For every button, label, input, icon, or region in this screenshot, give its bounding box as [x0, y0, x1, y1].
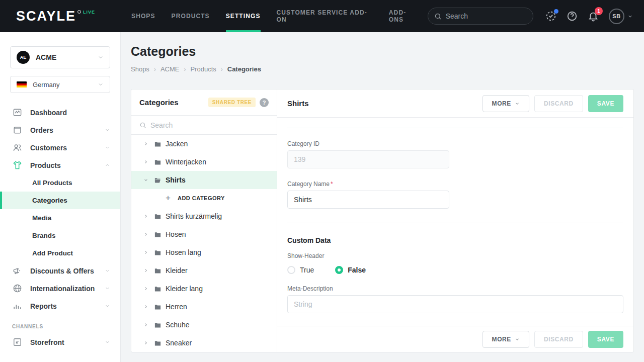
tree-item-label: Sneaker [166, 339, 192, 347]
tree-search[interactable] [131, 116, 277, 135]
discard-button-footer[interactable]: DISCARD [534, 331, 583, 348]
chevron-right-icon[interactable] [143, 322, 149, 327]
tree-item-label: Kleider [166, 266, 188, 275]
sidebar-item-label: Products [30, 161, 105, 169]
sidebar-item-storefront[interactable]: Storefront [0, 333, 120, 351]
discard-button[interactable]: DISCARD [534, 95, 583, 112]
breadcrumb-shops[interactable]: Shops [131, 65, 149, 73]
meta-description-field[interactable] [287, 295, 623, 313]
tree-item-sneaker[interactable]: Sneaker [131, 334, 277, 352]
nav-item-settings[interactable]: SETTINGS [218, 0, 269, 32]
required-asterisk: * [331, 180, 333, 188]
chevron-down-icon [627, 14, 633, 19]
shared-tree-badge: SHARED TREE [208, 98, 256, 107]
logo-ring-icon [77, 10, 81, 14]
folder-icon [154, 249, 162, 256]
tree-item-hosen[interactable]: Hosen [131, 225, 277, 243]
sidebar-item-categories[interactable]: Categories [0, 192, 120, 209]
tree-item-shirts[interactable]: Shirts [131, 171, 277, 189]
sidebar-menu: Dashboard Orders Customers Pr [0, 104, 120, 351]
category-name-field[interactable] [287, 191, 449, 209]
tree-item-label: Winterjacken [166, 158, 206, 166]
tree-item-kleider-lang[interactable]: Kleider lang [131, 280, 277, 298]
radio-true[interactable]: True [287, 266, 314, 274]
search-icon [139, 122, 146, 129]
save-button-footer[interactable]: SAVE [588, 331, 623, 348]
help-button[interactable] [567, 11, 578, 22]
sidebar-item-discounts-offers[interactable]: Discounts & Offers [0, 262, 120, 280]
chevron-down-icon [105, 127, 110, 133]
shop-selector[interactable]: AE ACME [10, 46, 110, 68]
chevron-down-icon [98, 54, 104, 60]
chevron-right-icon[interactable] [143, 141, 149, 146]
nav-item-customer-service-add-on[interactable]: CUSTOMER SERVICE ADD-ON [269, 0, 381, 32]
chevron-right-icon[interactable] [143, 286, 149, 291]
status-check-button[interactable] [545, 11, 556, 22]
tree-item-herren[interactable]: Herren [131, 298, 277, 316]
more-button[interactable]: MORE [482, 95, 529, 112]
sidebar-item-all-products[interactable]: All Products [0, 174, 120, 192]
chevron-right-icon[interactable] [143, 159, 149, 164]
tree-item-kleider[interactable]: Kleider [131, 261, 277, 280]
global-search[interactable] [428, 8, 533, 25]
radio-false[interactable]: False [335, 266, 366, 274]
tree-item-hosen-lang[interactable]: Hosen lang [131, 243, 277, 261]
sidebar-item-add-product[interactable]: Add Product [0, 244, 120, 262]
chevron-down-icon[interactable] [143, 177, 149, 183]
tree-item-schuhe[interactable]: Schuhe [131, 316, 277, 334]
breadcrumb-products[interactable]: Products [190, 65, 216, 73]
save-button[interactable]: SAVE [588, 95, 623, 112]
add-category-button[interactable]: + ADD CATEGORY [131, 189, 277, 207]
scayle-logo[interactable]: SCAYLE LIVE [16, 9, 95, 24]
storefront-icon [12, 337, 22, 347]
search-icon [434, 13, 442, 20]
user-menu[interactable]: SB [609, 9, 633, 24]
chevron-down-icon [105, 145, 110, 150]
tree-item-jacken[interactable]: Jacken [131, 135, 277, 153]
navbar-icons: 1 SB [545, 9, 633, 24]
nav-item-add-ons[interactable]: ADD-ONS [381, 0, 428, 32]
tree-title: Categories [139, 98, 208, 107]
notifications-button[interactable]: 1 [588, 11, 599, 22]
chevron-right-icon[interactable] [143, 214, 149, 219]
chevron-right-icon[interactable] [143, 268, 149, 273]
chevron-right-icon[interactable] [143, 232, 149, 237]
nav-item-shops[interactable]: SHOPS [123, 0, 164, 32]
chevron-right-icon[interactable] [143, 250, 149, 255]
search-input[interactable] [446, 12, 521, 20]
country-selector[interactable]: Germany [10, 76, 110, 93]
more-button-footer[interactable]: MORE [482, 331, 529, 348]
nav-item-products[interactable]: PRODUCTS [164, 0, 218, 32]
custom-data-title: Custom Data [287, 236, 623, 244]
main-content: Categories Shops › ACME › Products › Cat… [121, 32, 644, 362]
category-id-field [287, 150, 449, 168]
sidebar-item-label: Reports [30, 302, 105, 310]
tree-item-winterjacken[interactable]: Winterjacken [131, 153, 277, 171]
folder-icon [154, 285, 162, 293]
chevron-down-icon [515, 337, 520, 342]
category-detail-panel: Shirts MORE DISCARD SAVE Category ID Cat… [277, 89, 633, 352]
folder-icon [154, 231, 162, 238]
detail-form: Category ID Category Name* Custom Data S… [277, 118, 633, 326]
sidebar-item-brands[interactable]: Brands [0, 227, 120, 244]
sidebar-item-dashboard[interactable]: Dashboard [0, 104, 120, 121]
help-icon[interactable]: ? [260, 98, 269, 107]
sidebar-item-media[interactable]: Media [0, 209, 120, 227]
detail-footer: MORE DISCARD SAVE [277, 326, 633, 352]
chevron-right-icon[interactable] [143, 304, 149, 309]
sidebar-item-reports[interactable]: Reports [0, 297, 120, 315]
sidebar-item-internationalization[interactable]: Internationalization [0, 280, 120, 297]
breadcrumb-separator: › [221, 66, 223, 73]
sidebar-item-products[interactable]: Products [0, 156, 120, 174]
tree-item-shirts-kurzaermelig[interactable]: Shirts kurzärmelig [131, 207, 277, 225]
main-nav: SHOPS PRODUCTS SETTINGS CUSTOMER SERVICE… [123, 0, 428, 32]
customers-icon [12, 143, 22, 152]
breadcrumb-acme[interactable]: ACME [160, 65, 180, 73]
tree-search-input[interactable] [150, 121, 251, 129]
sidebar-item-customers[interactable]: Customers [0, 139, 120, 156]
show-header-radio-group: True False [287, 266, 623, 274]
categories-card: Categories SHARED TREE ? Jacken [131, 89, 634, 352]
sidebar-item-orders[interactable]: Orders [0, 121, 120, 139]
notification-badge: 1 [595, 7, 603, 15]
chevron-right-icon[interactable] [143, 340, 149, 345]
